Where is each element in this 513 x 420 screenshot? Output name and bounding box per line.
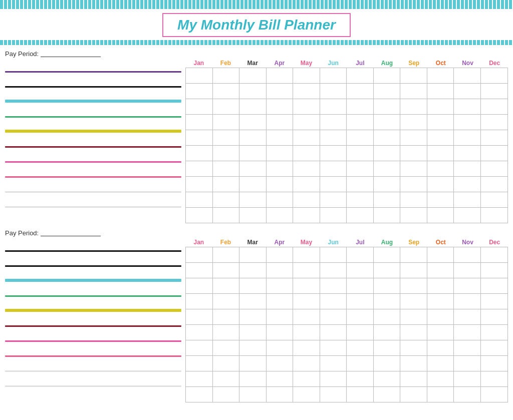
grid-cell[interactable] [186,192,213,207]
grid-cell[interactable] [239,84,267,99]
grid-cell[interactable] [454,192,481,207]
label-row-0[interactable] [5,239,181,254]
grid-cell[interactable] [454,309,481,324]
grid-cell[interactable] [454,208,481,223]
grid-cell[interactable] [239,161,267,176]
grid-cell[interactable] [374,161,401,176]
grid-cell[interactable] [427,340,454,355]
grid-cell[interactable] [267,371,294,386]
label-row-4[interactable] [5,120,181,135]
grid-cell[interactable] [481,208,508,223]
grid-cell[interactable] [186,294,213,309]
grid-cell[interactable] [374,325,401,340]
grid-cell[interactable] [239,371,267,386]
label-row-2[interactable] [5,269,181,284]
grid-cell[interactable] [186,115,213,130]
grid-cell[interactable] [347,84,374,99]
grid-cell[interactable] [400,278,427,293]
grid-cell[interactable] [347,161,374,176]
grid-cell[interactable] [186,325,213,340]
grid-cell[interactable] [213,371,240,386]
grid-cell[interactable] [427,309,454,324]
grid-cell[interactable] [186,247,213,262]
grid-cell[interactable] [400,84,427,99]
grid-cell[interactable] [427,161,454,176]
grid-cell[interactable] [213,161,240,176]
grid-cell[interactable] [347,146,374,161]
grid-cell[interactable] [347,115,374,130]
grid-cell[interactable] [454,146,481,161]
grid-cell[interactable] [293,177,320,192]
grid-cell[interactable] [293,340,320,355]
grid-cell[interactable] [454,294,481,309]
grid-cell[interactable] [320,247,347,262]
grid-cell[interactable] [293,325,320,340]
grid-cell[interactable] [374,146,401,161]
grid-cell[interactable] [400,387,427,402]
grid-cell[interactable] [454,115,481,130]
grid-cell[interactable] [481,177,508,192]
label-row-0[interactable] [5,60,181,75]
grid-cell[interactable] [347,99,374,114]
grid-cell[interactable] [293,161,320,176]
label-row-9[interactable] [5,374,181,389]
grid-cell[interactable] [481,278,508,293]
grid-cell[interactable] [267,309,294,324]
grid-cell[interactable] [239,294,267,309]
grid-cell[interactable] [400,294,427,309]
grid-cell[interactable] [320,356,347,371]
grid-cell[interactable] [186,146,213,161]
grid-cell[interactable] [267,130,294,145]
grid-cell[interactable] [320,325,347,340]
grid-cell[interactable] [267,84,294,99]
grid-cell[interactable] [320,84,347,99]
grid-cell[interactable] [400,177,427,192]
grid-cell[interactable] [293,208,320,223]
grid-cell[interactable] [400,340,427,355]
grid-cell[interactable] [267,146,294,161]
grid-cell[interactable] [213,192,240,207]
grid-cell[interactable] [320,340,347,355]
grid-cell[interactable] [186,208,213,223]
grid-cell[interactable] [267,263,294,278]
grid-cell[interactable] [267,115,294,130]
grid-cell[interactable] [186,309,213,324]
grid-cell[interactable] [293,387,320,402]
grid-cell[interactable] [454,263,481,278]
grid-cell[interactable] [320,192,347,207]
grid-cell[interactable] [186,340,213,355]
grid-cell[interactable] [481,340,508,355]
grid-cell[interactable] [267,387,294,402]
grid-cell[interactable] [481,263,508,278]
grid-cell[interactable] [320,309,347,324]
grid-cell[interactable] [427,356,454,371]
grid-cell[interactable] [239,325,267,340]
grid-cell[interactable] [293,84,320,99]
grid-cell[interactable] [213,208,240,223]
grid-cell[interactable] [213,356,240,371]
grid-cell[interactable] [374,84,401,99]
grid-cell[interactable] [320,208,347,223]
grid-cell[interactable] [347,68,374,83]
grid-cell[interactable] [186,99,213,114]
grid-cell[interactable] [239,177,267,192]
grid-cell[interactable] [239,309,267,324]
grid-cell[interactable] [427,387,454,402]
grid-cell[interactable] [293,247,320,262]
grid-cell[interactable] [427,325,454,340]
grid-cell[interactable] [454,99,481,114]
grid-cell[interactable] [347,356,374,371]
grid-cell[interactable] [400,356,427,371]
grid-cell[interactable] [454,247,481,262]
grid-cell[interactable] [186,84,213,99]
label-row-6[interactable] [5,329,181,344]
grid-cell[interactable] [267,294,294,309]
grid-cell[interactable] [400,99,427,114]
label-row-8[interactable] [5,180,181,195]
grid-cell[interactable] [481,356,508,371]
grid-cell[interactable] [186,161,213,176]
grid-cell[interactable] [267,340,294,355]
grid-cell[interactable] [374,294,401,309]
grid-cell[interactable] [186,371,213,386]
grid-cell[interactable] [454,371,481,386]
